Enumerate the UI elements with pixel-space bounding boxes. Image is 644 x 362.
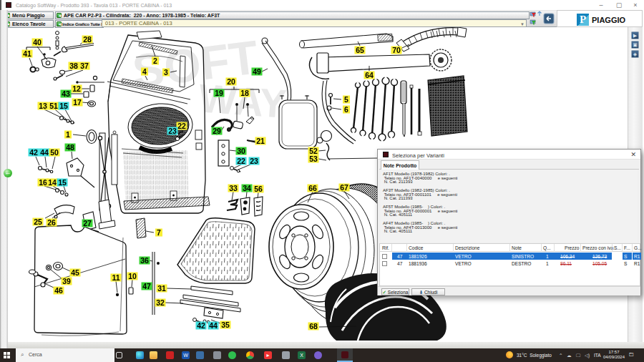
- svg-text:15: 15: [58, 178, 67, 187]
- svg-text:45: 45: [71, 268, 79, 277]
- svg-text:1: 1: [66, 130, 70, 139]
- svg-text:25: 25: [34, 217, 42, 226]
- svg-text:41: 41: [23, 49, 31, 58]
- svg-text:42: 42: [29, 148, 38, 157]
- svg-text:11: 11: [112, 273, 119, 282]
- svg-text:65: 65: [356, 46, 364, 54]
- svg-text:66: 66: [308, 184, 317, 192]
- svg-text:3: 3: [164, 68, 168, 77]
- svg-text:47: 47: [142, 282, 151, 290]
- svg-text:13: 13: [39, 102, 47, 110]
- svg-text:42: 42: [197, 321, 205, 330]
- svg-text:39: 39: [62, 277, 71, 285]
- svg-text:12: 12: [72, 84, 81, 93]
- svg-text:21: 21: [256, 137, 265, 145]
- svg-text:51: 51: [49, 102, 58, 110]
- svg-text:7: 7: [157, 228, 161, 237]
- svg-text:22: 22: [237, 157, 245, 165]
- svg-text:22: 22: [177, 122, 186, 130]
- svg-text:23: 23: [250, 157, 258, 165]
- svg-text:44: 44: [209, 321, 218, 330]
- svg-text:31: 31: [157, 284, 166, 293]
- svg-text:2: 2: [153, 57, 157, 65]
- svg-text:23: 23: [168, 127, 177, 135]
- svg-text:28: 28: [83, 35, 92, 44]
- svg-text:49: 49: [253, 67, 261, 76]
- svg-text:32: 32: [156, 298, 165, 307]
- svg-text:50: 50: [50, 148, 59, 157]
- svg-text:37: 37: [80, 62, 89, 70]
- svg-text:WAY: WAY: [197, 75, 288, 126]
- svg-text:40: 40: [33, 38, 42, 47]
- svg-text:20: 20: [227, 77, 235, 86]
- svg-text:15: 15: [59, 102, 68, 110]
- svg-text:44: 44: [40, 148, 49, 157]
- svg-text:30: 30: [237, 147, 245, 155]
- svg-text:10: 10: [128, 272, 137, 280]
- svg-text:43: 43: [62, 89, 70, 98]
- svg-text:27: 27: [83, 219, 92, 228]
- svg-text:5: 5: [344, 95, 348, 104]
- svg-text:26: 26: [47, 218, 56, 227]
- svg-text:19: 19: [215, 89, 223, 97]
- svg-text:36: 36: [140, 256, 149, 265]
- svg-text:4: 4: [142, 67, 147, 76]
- svg-text:35: 35: [221, 321, 230, 329]
- svg-text:16: 16: [39, 178, 47, 187]
- svg-text:48: 48: [66, 143, 74, 152]
- svg-text:53: 53: [309, 155, 318, 163]
- svg-text:6: 6: [344, 105, 348, 114]
- svg-text:34: 34: [243, 184, 251, 192]
- svg-text:70: 70: [392, 46, 401, 54]
- svg-text:46: 46: [54, 286, 63, 295]
- svg-text:14: 14: [48, 178, 57, 187]
- svg-text:29: 29: [213, 127, 221, 135]
- svg-text:38: 38: [69, 62, 78, 70]
- svg-text:68: 68: [309, 322, 318, 331]
- svg-text:56: 56: [254, 185, 263, 193]
- svg-text:33: 33: [229, 184, 238, 192]
- svg-text:64: 64: [365, 71, 374, 79]
- svg-text:67: 67: [340, 183, 348, 192]
- svg-text:18: 18: [240, 89, 249, 97]
- svg-text:17: 17: [73, 98, 82, 107]
